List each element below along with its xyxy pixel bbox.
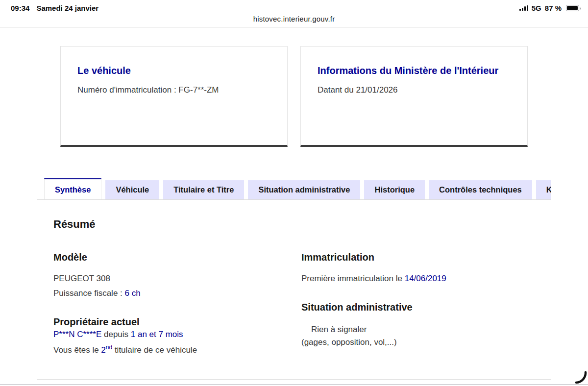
status-bar-left: 09:34 Samedi 24 janvier — [11, 4, 98, 12]
fiscal-power-line: Puissance fiscale : 6 ch — [53, 289, 287, 298]
first-registration-label: Première immatriculation le — [301, 274, 405, 283]
status-bar-right: 5G 87 % — [519, 4, 579, 12]
left-column: Modèle PEUGEOT 308 Puissance fiscale : 6… — [53, 251, 287, 355]
histovec-safari-screen: 09:34 Samedi 24 janvier 5G 87 % histovec… — [0, 0, 588, 386]
ministry-card: Informations du Ministère de l'Intérieur… — [300, 46, 528, 147]
situation-administrative-heading: Situation administrative — [301, 301, 535, 313]
vehicle-card-plate: Numéro d'immatriculation : FG-7**-ZM — [77, 85, 270, 96]
holder-prefix: Vous êtes le — [53, 345, 101, 355]
owner-line: P***N C****E depuis 1 an et 7 mois — [53, 330, 287, 339]
cellular-signal-icon — [519, 5, 528, 11]
loading-spinner-icon — [572, 369, 588, 385]
synthese-panel: Résumé Modèle PEUGEOT 308 Puissance fisc… — [37, 199, 551, 380]
browser-top-bar: 09:34 Samedi 24 janvier 5G 87 % histovec… — [0, 0, 588, 27]
network-type-label: 5G — [532, 4, 541, 12]
ministry-card-date: Datant du 21/01/2026 — [318, 85, 511, 96]
fiscal-power-value: 6 ch — [125, 289, 141, 298]
holder-ordinal: nd — [106, 344, 112, 351]
header-cards: Le véhicule Numéro d'immatriculation : F… — [60, 46, 528, 147]
resume-heading: Résumé — [53, 217, 535, 231]
proprietaire-heading: Propriétaire actuel — [53, 316, 287, 328]
tab-kilometrage[interactable]: Kilométrage — [536, 180, 551, 199]
date-label: Samedi 24 janvier — [36, 4, 98, 12]
battery-icon — [566, 5, 579, 11]
admin-status-value: Rien à signaler — [301, 325, 535, 335]
tab-historique[interactable]: Historique — [364, 180, 425, 199]
first-registration-date: 14/06/2019 — [405, 274, 446, 283]
tab-synthese[interactable]: Synthèse — [44, 178, 101, 199]
holder-rank-line: Vous êtes le 2nd titulaire de ce véhicul… — [53, 342, 287, 355]
vehicle-card-title: Le véhicule — [77, 64, 270, 77]
admin-status-note: (gages, opposition, vol,...) — [301, 338, 535, 347]
model-name: PEUGEOT 308 — [53, 274, 287, 284]
owner-name: P***N C****E — [53, 330, 101, 339]
clock: 09:34 — [11, 4, 29, 12]
tab-vehicule[interactable]: Véhicule — [105, 180, 159, 199]
tab-situation-administrative[interactable]: Situation administrative — [248, 180, 360, 199]
tab-controles-techniques[interactable]: Contrôles techniques — [429, 180, 532, 199]
bottom-divider — [0, 384, 588, 385]
report-tabs-section: Synthèse Véhicule Titulaire et Titre Sit… — [37, 178, 551, 380]
tab-bar: Synthèse Véhicule Titulaire et Titre Sit… — [37, 178, 551, 199]
tab-titulaire-et-titre[interactable]: Titulaire et Titre — [163, 180, 244, 199]
right-column: Immatriculation Première immatriculation… — [301, 251, 535, 355]
modele-heading: Modèle — [53, 251, 287, 263]
owner-since-value: 1 an et 7 mois — [131, 330, 183, 339]
battery-percent-label: 87 % — [545, 4, 562, 12]
ministry-card-title: Informations du Ministère de l'Intérieur — [318, 64, 511, 77]
holder-number: 2 — [101, 345, 105, 355]
owner-since-label: depuis — [101, 330, 131, 339]
address-bar[interactable]: histovec.interieur.gouv.fr — [0, 15, 588, 23]
holder-suffix: titulaire de ce véhicule — [112, 345, 197, 355]
vehicle-card: Le véhicule Numéro d'immatriculation : F… — [60, 46, 288, 147]
immatriculation-heading: Immatriculation — [301, 251, 535, 263]
fiscal-power-label: Puissance fiscale : — [53, 289, 125, 298]
first-registration-line: Première immatriculation le 14/06/2019 — [301, 274, 535, 284]
